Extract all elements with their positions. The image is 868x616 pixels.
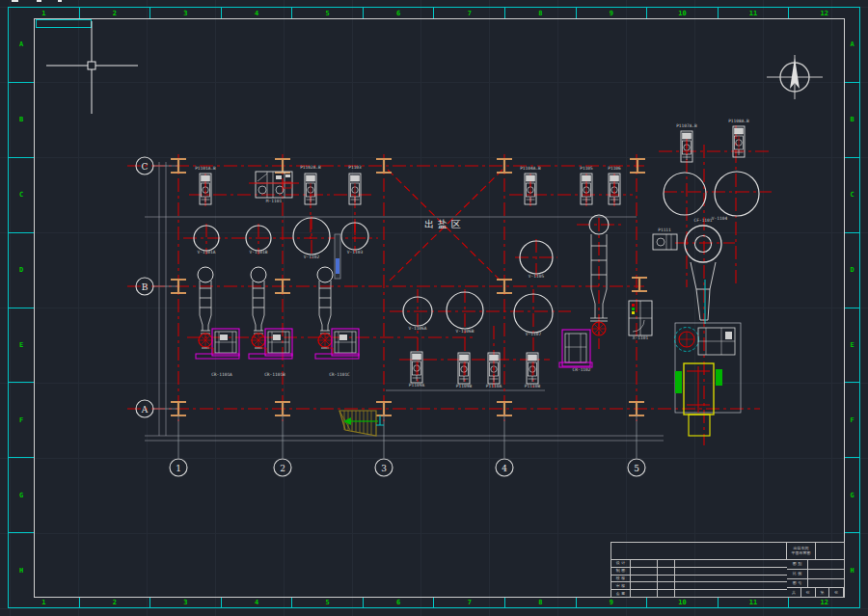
tb-label: 制 图: [611, 568, 631, 576]
pump-icon: [733, 126, 745, 157]
tb-label: 校 核: [611, 576, 631, 583]
title-block-signature-rows: 设 计 制 图 校 核 审 核 会 签: [611, 560, 787, 598]
equipment-tag: CR-1101C: [329, 372, 350, 377]
tb-pages: 张: [801, 588, 816, 598]
pump-icon: [681, 131, 692, 162]
tb-label: 图 别: [787, 560, 808, 570]
pump-icon: [349, 174, 361, 204]
equipment-tag: P1109B: [456, 384, 473, 388]
equipment-tag: V-1107: [526, 332, 542, 336]
axis-bubble-label: B: [142, 282, 149, 292]
crystallizer-vessels: [196, 267, 359, 359]
tb-label: 图 号: [787, 579, 808, 589]
equipment-tag: V-1102: [304, 254, 320, 259]
axis-bubble-label: 5: [634, 464, 639, 473]
equipment-tag: V-1106A: [409, 326, 427, 331]
equipment-tag: V-1103: [347, 250, 364, 254]
equipment-tag: X-1101: [633, 335, 649, 340]
pump-icon: [200, 174, 211, 204]
axis-bubbles: 12345CBA: [136, 157, 645, 476]
tank-circle: [664, 173, 706, 215]
tb-label: 设 计: [611, 560, 631, 568]
equipment-tag: P1110A: [486, 384, 502, 388]
equipment-tag: P1102A.B: [300, 165, 321, 170]
equipment-tag: P1104A.B: [520, 166, 541, 171]
axis-bubble-label: C: [142, 162, 149, 172]
equipment-tag: P1106: [608, 166, 621, 171]
equipment-tag: P1105: [580, 166, 593, 171]
pump-icon: [581, 174, 592, 204]
equipment-tag: P1101A.B: [195, 166, 216, 171]
axis-bubble-label: 1: [176, 464, 181, 473]
equipment-tag: M-1101: [266, 199, 283, 203]
equipment-tag: CR-1101A: [211, 372, 232, 377]
crystallizer-vessel: [249, 267, 292, 359]
crystallizer-vessel: [196, 267, 239, 359]
north-arrow: [767, 55, 823, 99]
equipment-tag: P1108A.B: [728, 119, 749, 123]
pump-icon: [525, 174, 536, 204]
tb-pages: 共: [787, 588, 801, 598]
area-label: 出盐区: [424, 219, 465, 229]
crosshair-cursor: [46, 21, 138, 114]
dimension-lines: [145, 162, 664, 441]
stairs-symbol: [339, 411, 384, 436]
screen-artifacts: [12, 0, 62, 2]
equipment-skid-box: [249, 172, 299, 198]
tb-pages: 张: [829, 588, 844, 598]
title-block-project-cell: 出盐车间 平面布置图: [787, 543, 816, 560]
pump-icon: [458, 353, 470, 384]
title-block-project-value: [816, 543, 844, 560]
ibeam-column-icon: [632, 278, 647, 291]
equipment-tag: V-1101A: [198, 250, 216, 254]
pump-icon: [305, 174, 316, 204]
pump-icon: [609, 174, 620, 204]
axis-bubble-label: A: [141, 405, 149, 415]
project-line2: 平面布置图: [792, 551, 811, 555]
equipment-tag: V-1104: [712, 216, 728, 221]
title-block-title-cell: [611, 543, 787, 560]
tb-label: 审 核: [611, 582, 631, 590]
equipment-tag: P1109A: [409, 383, 425, 388]
elutriator-column: [559, 215, 677, 367]
axis-bubble-label: 2: [280, 464, 285, 473]
equipment-tag: V-1105: [529, 274, 545, 279]
equipment-tag: CR-1101B: [264, 372, 285, 377]
equipment-tag: CR-1102: [573, 367, 591, 372]
centrifuge-dryer: [675, 226, 742, 436]
tank-circle: [715, 172, 759, 216]
tb-label: 比 例: [787, 570, 808, 579]
cad-drawing-canvas[interactable]: 123456789101112 123456789101112 ABCDEFGH…: [0, 0, 868, 616]
axis-bubble-label: 4: [502, 464, 507, 473]
tb-pages: 第: [816, 588, 830, 598]
title-block: 出盐车间 平面布置图 设 计 制 图 校 核 审 核 会 签 图 别 比 例 图…: [610, 542, 845, 598]
equipment-tag: P1111: [658, 228, 671, 232]
equipment-tag: V-1106B: [456, 329, 475, 334]
column-ibeam-symbols: [171, 159, 647, 415]
pump-icon: [488, 353, 500, 384]
equipment-tag: CF-1101: [694, 218, 713, 223]
equipment-tag: P1110B: [525, 384, 541, 388]
axis-bubble-label: 3: [381, 464, 387, 473]
title-block-meta-rows: 图 别 比 例 图 号 共 张 第 张: [787, 560, 844, 598]
equipment-tag: V-1101B: [250, 250, 268, 254]
drawing-svg: 12345CBA P1101A.BP1102A.BP1103M-1101P110…: [0, 0, 868, 616]
tb-label: 会 签: [611, 590, 631, 598]
crystallizer-vessel: [315, 267, 359, 359]
pump-icon: [527, 353, 538, 384]
pump-icon: [411, 352, 422, 383]
level-gauge: [335, 234, 340, 279]
equipment-tag: P1103: [348, 165, 362, 170]
pump-symbols: [200, 126, 745, 384]
equipment-tag: P1107A.B: [676, 123, 697, 128]
